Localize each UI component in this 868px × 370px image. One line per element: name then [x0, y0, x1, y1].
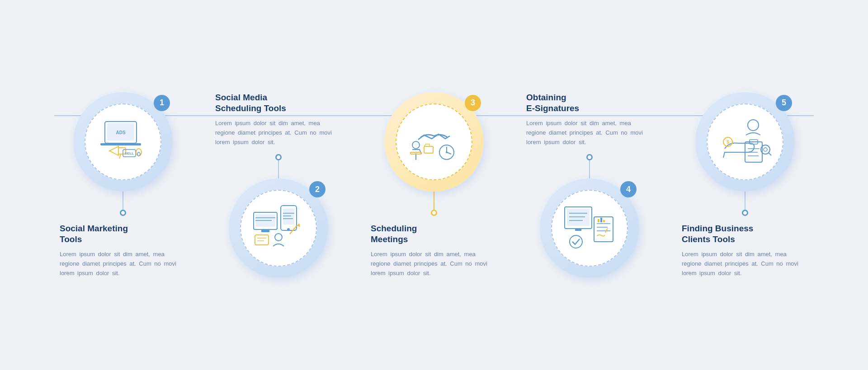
step-1-connector: [120, 192, 126, 216]
step-5-text: Finding BusinessClients Tools Lorem ipsu…: [682, 223, 808, 278]
step-1-connector-dot: [120, 210, 126, 216]
step-5-desc: Lorem ipsum dolor sit dim amet, mea regi…: [682, 250, 808, 278]
step-2-connector-dot: [275, 154, 282, 160]
step-3-text: SchedulingMeetings Lorem ipsum dolor sit…: [371, 223, 497, 278]
step-2-circle-inner: [240, 190, 317, 267]
step-2-desc: Lorem ipsum dolor sit dim amet, mea regi…: [215, 119, 342, 147]
step-5-connector-dot: [742, 210, 748, 216]
svg-rect-11: [283, 209, 294, 225]
step-2-icon: [249, 199, 308, 258]
svg-rect-20: [261, 229, 269, 232]
step-2-title: Social MediaScheduling Tools: [215, 92, 342, 114]
svg-rect-36: [567, 209, 590, 226]
svg-line-60: [769, 153, 771, 155]
svg-text:ADS: ADS: [116, 130, 125, 135]
svg-rect-21: [255, 235, 269, 245]
svg-point-59: [764, 148, 767, 151]
step-3-connector-line: [434, 192, 434, 210]
step-4-connector: [586, 154, 593, 178]
step-5-icon: $: [716, 112, 774, 171]
step-2-number: 2: [309, 181, 326, 197]
step-5-connector: [742, 192, 748, 216]
step-4-icon: [560, 199, 619, 258]
step-1-title: Social MarketingTools: [60, 223, 186, 245]
step-2: Social MediaScheduling Tools Lorem ipsum…: [204, 92, 353, 278]
step-4-circle-inner: [551, 190, 628, 267]
step-5-title: Finding BusinessClients Tools: [682, 223, 808, 245]
step-4-connector-dot: [586, 154, 593, 160]
svg-text:SELL: SELL: [125, 151, 134, 155]
step-1-desc: Lorem ipsum dolor sit dim amet, mea regi…: [60, 250, 186, 278]
step-5-connector-line: [745, 192, 745, 210]
step-4: ObtainingE-Signatures Lorem ipsum dolor …: [515, 92, 664, 278]
step-1-number: 1: [154, 95, 170, 111]
svg-rect-40: [575, 229, 581, 231]
step-4-text: ObtainingE-Signatures Lorem ipsum dolor …: [526, 92, 653, 147]
step-4-number: 4: [620, 181, 637, 197]
step-2-connector-line: [278, 160, 279, 178]
steps-container: ADS SELL: [9, 92, 859, 278]
step-3-circle-wrapper: 3: [384, 92, 484, 192]
svg-point-50: [748, 120, 759, 131]
svg-point-41: [570, 235, 582, 248]
step-1-icon: ADS SELL: [94, 112, 152, 171]
svg-point-27: [412, 141, 420, 149]
step-2-connector: [275, 154, 282, 178]
step-4-circle-wrapper: 4: [540, 178, 639, 278]
svg-rect-47: [598, 219, 599, 222]
step-1-text: Social MarketingTools Lorem ipsum dolor …: [60, 223, 186, 278]
step-3-connector: [431, 192, 437, 216]
svg-line-46: [605, 228, 608, 233]
step-2-circle-wrapper: 2: [229, 178, 328, 278]
step-3-number: 3: [465, 95, 481, 111]
svg-text:$: $: [726, 139, 729, 145]
step-1-connector-line: [123, 192, 123, 210]
svg-point-9: [137, 152, 140, 156]
svg-marker-26: [297, 223, 300, 227]
step-5-circle-wrapper: $ 5: [695, 92, 795, 192]
svg-rect-3: [100, 143, 141, 145]
svg-rect-30: [424, 146, 433, 153]
svg-point-24: [275, 234, 282, 241]
step-5-number: 5: [776, 95, 792, 111]
step-3: 3 SchedulingMeetings Lorem ipsum dolor s…: [359, 92, 509, 278]
step-4-connector-line: [589, 160, 590, 178]
svg-line-5: [119, 154, 121, 159]
step-1-circle-inner: ADS SELL: [85, 103, 161, 180]
step-4-title: ObtainingE-Signatures: [526, 92, 653, 114]
step-3-title: SchedulingMeetings: [371, 223, 497, 245]
step-1-circle-wrapper: ADS SELL: [73, 92, 173, 192]
svg-rect-49: [603, 220, 605, 222]
step-5: $ 5 Finding BusinessCl: [670, 92, 820, 278]
step-3-icon: [405, 112, 463, 171]
svg-rect-48: [600, 218, 602, 222]
step-5-circle-inner: $: [707, 103, 783, 180]
step-4-desc: Lorem ipsum dolor sit dim amet, mea regi…: [526, 119, 653, 147]
step-3-circle-inner: [396, 103, 472, 180]
infographic: ADS SELL: [9, 9, 859, 361]
svg-point-34: [446, 151, 448, 153]
step-3-desc: Lorem ipsum dolor sit dim amet, mea regi…: [371, 250, 497, 278]
svg-point-15: [287, 228, 290, 231]
step-3-connector-dot: [431, 210, 437, 216]
step-2-text: Social MediaScheduling Tools Lorem ipsum…: [215, 92, 342, 147]
step-1: ADS SELL: [48, 92, 198, 278]
